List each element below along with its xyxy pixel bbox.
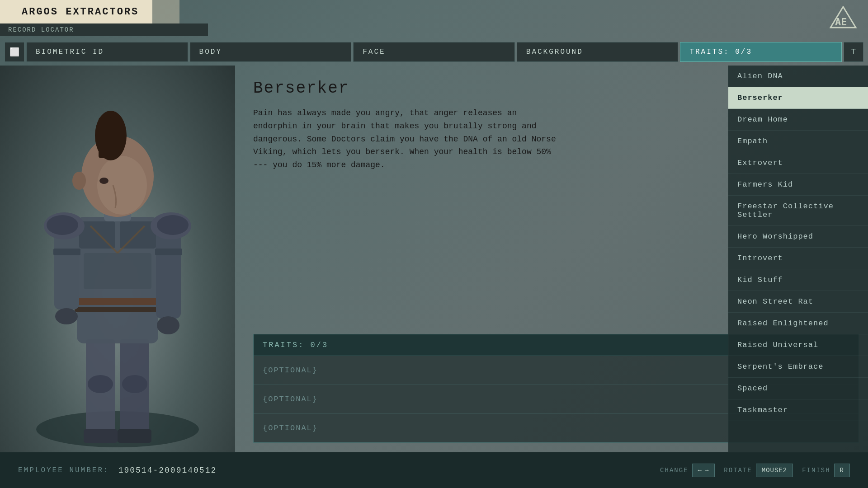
main-content: Berserker Pain has always made you angry… (0, 66, 868, 452)
trait-list-item-serpents-embrace[interactable]: Serpent's Embrace (728, 356, 868, 378)
logo: AE (827, 4, 859, 31)
finish-key[interactable]: R (834, 464, 850, 477)
trait-slot-1-label: {OPTIONAL} (263, 366, 318, 375)
trait-list-item-farmers-kid[interactable]: Farmers Kid (728, 174, 868, 196)
svg-rect-18 (53, 249, 80, 255)
rotate-action-group: ROTATE MOUSE2 (724, 464, 793, 477)
svg-text:AE: AE (835, 16, 847, 28)
rotate-key-label: MOUSE2 (762, 467, 787, 474)
app-title-bar: ARGOS EXTRACTORS (0, 0, 179, 23)
svg-point-29 (99, 178, 108, 184)
tab-background-label: BACKGROUND (526, 48, 583, 56)
tab-traits-label: TRAITS: 0/3 (689, 48, 752, 56)
tab-background[interactable]: BACKGROUND (517, 42, 679, 62)
trait-list-item-empath[interactable]: Empath (728, 131, 868, 152)
trait-list-item-hero-worshipped[interactable]: Hero Worshipped (728, 226, 868, 248)
character-svg (0, 66, 235, 452)
svg-point-2 (36, 411, 199, 447)
svg-rect-8 (118, 429, 151, 443)
finish-action-group: FINISH R (802, 464, 850, 477)
svg-point-28 (72, 172, 86, 190)
trait-list-item-dream-home[interactable]: Dream Home (728, 109, 868, 131)
nav-tabs: ⬜ BIOMETRIC ID BODY FACE BACKGROUND TRAI… (0, 41, 868, 63)
trait-slot-2-label: {OPTIONAL} (263, 395, 318, 404)
trait-list-item-neon-street-rat[interactable]: Neon Street Rat (728, 291, 868, 313)
tab-body[interactable]: BODY (190, 42, 352, 62)
title-extension (152, 0, 179, 23)
trait-list-item-kid-stuff[interactable]: Kid Stuff (728, 269, 868, 291)
trait-list-item-extrovert[interactable]: Extrovert (728, 152, 868, 174)
nav-left-button[interactable]: ⬜ (5, 42, 24, 62)
character-portrait (0, 66, 235, 452)
svg-point-5 (88, 375, 113, 393)
svg-point-31 (47, 215, 78, 235)
employee-label: EMPLOYEE NUMBER: (18, 466, 109, 474)
app-title: ARGOS EXTRACTORS (8, 0, 152, 23)
svg-rect-27 (99, 117, 112, 158)
title-indicator (0, 0, 8, 23)
svg-rect-21 (155, 249, 182, 255)
nav-left-icon: ⬜ (9, 47, 19, 57)
header-top: ARGOS EXTRACTORS AE (0, 0, 868, 23)
svg-rect-7 (84, 429, 118, 443)
change-key-right[interactable]: → (705, 467, 709, 474)
trait-list-panel[interactable]: Alien DNABerserkerDream HomeEmpathExtrov… (728, 66, 868, 452)
trait-description: Pain has always made you angry, that ang… (253, 107, 561, 172)
trait-list-item-freestar-collective-settler[interactable]: Freestar Collective Settler (728, 196, 868, 226)
nav-right-button[interactable]: T (844, 42, 863, 62)
tab-traits[interactable]: TRAITS: 0/3 (680, 42, 842, 62)
trait-list-item-introvert[interactable]: Introvert (728, 248, 868, 269)
header: ARGOS EXTRACTORS AE RECORD LOCATOR (0, 0, 868, 43)
employee-number: 190514-2009140512 (118, 466, 217, 475)
trait-list-item-spaced[interactable]: Spaced (728, 378, 868, 399)
trait-slot-3-label: {OPTIONAL} (263, 424, 318, 432)
bottom-actions: CHANGE ← → ROTATE MOUSE2 FINISH R (660, 464, 850, 477)
trait-list-item-raised-enlightened[interactable]: Raised Enlightened (728, 313, 868, 334)
finish-key-label: R (840, 467, 844, 474)
svg-rect-12 (84, 253, 151, 289)
change-key-group[interactable]: ← → (692, 464, 715, 477)
tab-face-label: FACE (363, 48, 385, 56)
trait-list-item-alien-dna[interactable]: Alien DNA (728, 66, 868, 87)
finish-label: FINISH (802, 467, 830, 474)
trait-list-item-raised-universal[interactable]: Raised Universal (728, 334, 868, 356)
record-locator: RECORD LOCATOR (0, 23, 208, 36)
rotate-key[interactable]: MOUSE2 (756, 464, 793, 477)
ae-logo-icon: AE (830, 6, 857, 28)
nav-right-icon: T (851, 47, 856, 56)
bottom-bar: EMPLOYEE NUMBER: 190514-2009140512 CHANG… (0, 452, 868, 488)
character-area (0, 66, 235, 452)
tab-body-label: BODY (199, 48, 222, 56)
trait-list-item-berserker[interactable]: Berserker (728, 87, 868, 109)
change-label: CHANGE (660, 467, 688, 474)
svg-point-6 (122, 375, 147, 393)
svg-point-19 (55, 308, 78, 324)
svg-rect-14 (75, 307, 160, 312)
change-key-left[interactable]: ← (698, 467, 702, 474)
svg-rect-13 (75, 298, 160, 305)
tab-face[interactable]: FACE (353, 42, 515, 62)
svg-point-33 (157, 215, 189, 235)
svg-point-22 (157, 316, 179, 334)
change-action-group: CHANGE ← → (660, 464, 715, 477)
trait-list-item-taskmaster[interactable]: Taskmaster (728, 399, 868, 421)
tab-biometric[interactable]: BIOMETRIC ID (26, 42, 188, 62)
tab-biometric-label: BIOMETRIC ID (36, 48, 104, 56)
svg-point-25 (97, 156, 147, 215)
rotate-label: ROTATE (724, 467, 752, 474)
